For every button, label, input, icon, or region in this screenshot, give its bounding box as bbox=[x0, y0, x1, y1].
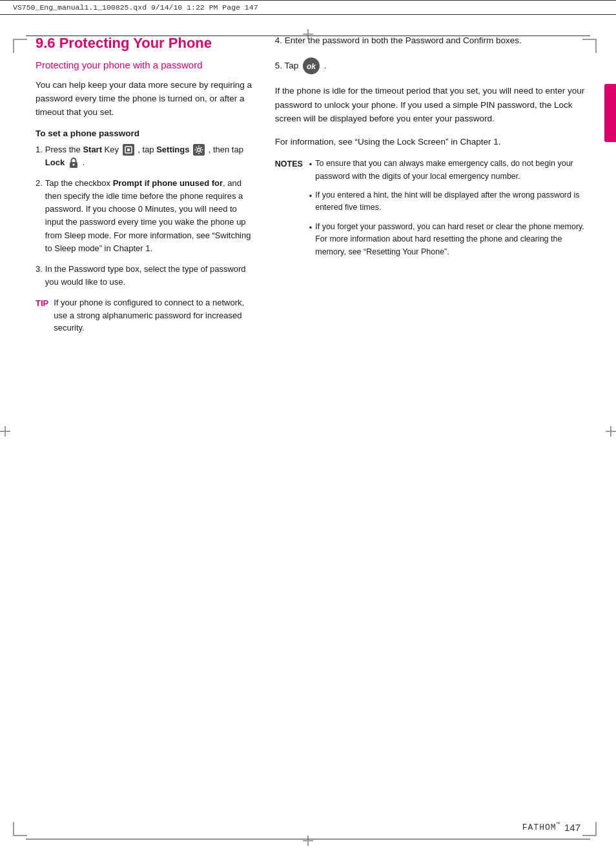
footer: FATHOM™ 147 bbox=[522, 822, 580, 833]
step-3-num: 3. bbox=[36, 263, 43, 289]
svg-point-12 bbox=[196, 152, 197, 153]
bullet-2: • bbox=[309, 190, 312, 214]
note-item-2: • If you entered a hint, the hint will b… bbox=[309, 189, 590, 214]
bottom-border-line bbox=[26, 839, 590, 839]
step-5-suffix: . bbox=[324, 60, 327, 70]
tip-block: TIP If your phone is configured to conne… bbox=[36, 296, 253, 334]
header-file-info: VS750_Eng_manual1.1_100825.qxd 9/14/10 1… bbox=[13, 3, 258, 12]
corner-mark-br bbox=[582, 822, 597, 836]
note-text-1: To ensure that you can always make emerg… bbox=[315, 158, 590, 183]
bullet-1: • bbox=[309, 159, 312, 183]
lock-info-text: For information, see “Using the Lock Scr… bbox=[275, 135, 590, 149]
note-item-1: • To ensure that you can always make eme… bbox=[309, 158, 590, 183]
notes-content: • To ensure that you can always make eme… bbox=[309, 158, 590, 265]
settings-icon bbox=[193, 144, 205, 156]
svg-point-6 bbox=[198, 153, 200, 154]
bottom-center-mark bbox=[303, 836, 313, 846]
footer-brand: FATHOM™ bbox=[522, 822, 560, 832]
lock-icon bbox=[68, 157, 79, 169]
fathom-h: H bbox=[539, 823, 545, 833]
corner-mark-tr bbox=[582, 39, 597, 53]
svg-point-8 bbox=[202, 149, 203, 150]
tip-label: TIP bbox=[36, 296, 48, 334]
svg-rect-2 bbox=[127, 149, 130, 151]
svg-point-9 bbox=[196, 147, 197, 149]
notes-block: NOTES • To ensure that you can always ma… bbox=[275, 158, 590, 265]
step-2-num: 2. bbox=[36, 177, 43, 255]
fathom-a: A bbox=[528, 823, 534, 833]
bullet-3: • bbox=[309, 222, 312, 258]
tip-text: If your phone is configured to connect t… bbox=[54, 296, 253, 334]
svg-point-10 bbox=[201, 152, 202, 153]
step-2-content: Tap the checkbox Prompt if phone unused … bbox=[45, 177, 253, 255]
notes-label: NOTES bbox=[275, 158, 303, 265]
svg-point-5 bbox=[198, 146, 200, 147]
step-5-prefix: 5. Tap bbox=[275, 60, 299, 70]
corner-mark-bl bbox=[13, 822, 27, 836]
fathom-t: T bbox=[533, 823, 539, 833]
left-column: 9.6 Protecting Your Phone Protecting you… bbox=[36, 34, 269, 344]
step-1-content: Press the Start Key , tap Settings bbox=[45, 143, 253, 169]
idle-text: If the phone is idle for the timeout per… bbox=[275, 84, 590, 126]
fathom-m: M bbox=[551, 823, 557, 833]
footer-page-number: 147 bbox=[564, 822, 580, 833]
header-bar: VS750_Eng_manual1.1_100825.qxd 9/14/10 1… bbox=[0, 0, 616, 15]
fathom-o: O bbox=[545, 823, 551, 833]
note-text-2: If you entered a hint, the hint will be … bbox=[315, 189, 590, 214]
top-border-line bbox=[26, 36, 590, 36]
fathom-text: F bbox=[522, 823, 528, 833]
right-column: 4. Enter the password in both the Passwo… bbox=[269, 34, 590, 344]
step-3-content: In the Password type box, select the typ… bbox=[45, 263, 253, 289]
svg-text:ok: ok bbox=[307, 62, 316, 71]
step-2: 2. Tap the checkbox Prompt if phone unus… bbox=[36, 177, 253, 255]
subsection-title: Protecting your phone with a password bbox=[36, 59, 253, 72]
main-content: 9.6 Protecting Your Phone Protecting you… bbox=[0, 15, 616, 382]
note-item-3: • If you forget your password, you can h… bbox=[309, 221, 590, 258]
svg-point-7 bbox=[195, 149, 196, 150]
top-center-mark bbox=[303, 29, 313, 39]
note-text-3: If you forget your password, you can har… bbox=[315, 221, 590, 258]
step-1: 1. Press the Start Key , tap Settings bbox=[36, 143, 253, 169]
ok-icon: ok bbox=[302, 57, 320, 75]
start-key-icon bbox=[123, 144, 134, 156]
step-1-num: 1. bbox=[36, 143, 43, 169]
instruction-heading: To set a phone password bbox=[36, 128, 253, 138]
trademark-symbol: ™ bbox=[557, 822, 560, 828]
section-title: 9.6 Protecting Your Phone bbox=[36, 34, 253, 52]
step-3: 3. In the Password type box, select the … bbox=[36, 263, 253, 289]
svg-point-14 bbox=[72, 164, 74, 166]
step-5-text: 5. Tap ok . bbox=[275, 57, 590, 75]
corner-mark-tl bbox=[13, 39, 27, 53]
page-wrapper: VS750_Eng_manual1.1_100825.qxd 9/14/10 1… bbox=[0, 0, 616, 862]
accent-bar bbox=[604, 84, 616, 142]
intro-text: You can help keep your data more secure … bbox=[36, 79, 253, 119]
step-4-text: 4. Enter the password in both the Passwo… bbox=[275, 34, 590, 48]
svg-point-11 bbox=[201, 147, 202, 149]
